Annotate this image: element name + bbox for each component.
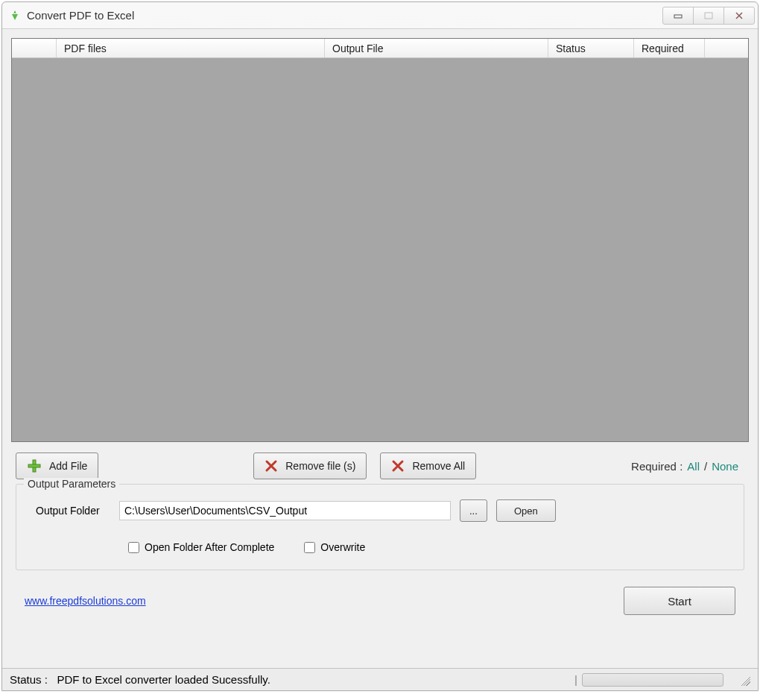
- remove-all-button[interactable]: Remove All: [380, 453, 476, 479]
- remove-files-label: Remove file (s): [285, 460, 355, 472]
- file-grid[interactable]: PDF files Output File Status Required: [11, 38, 749, 442]
- grid-body[interactable]: [12, 58, 748, 441]
- status-text: Status : PDF to Excel converter loaded S…: [10, 673, 570, 686]
- maximize-button[interactable]: [693, 7, 724, 25]
- close-button[interactable]: [723, 7, 755, 25]
- start-button[interactable]: Start: [624, 587, 735, 615]
- overwrite-input[interactable]: [304, 542, 315, 553]
- grid-col-required[interactable]: Required: [634, 39, 705, 57]
- action-row: Add File Remove file (s) Remove All Requ…: [11, 442, 749, 484]
- grid-col-status[interactable]: Status: [548, 39, 634, 57]
- status-bar: Status : PDF to Excel converter loaded S…: [2, 668, 758, 690]
- x-icon: [391, 459, 405, 473]
- browse-button[interactable]: ...: [460, 499, 487, 522]
- output-parameters-group: Output Parameters Output Folder ... Open…: [16, 484, 744, 570]
- remove-files-button[interactable]: Remove file (s): [253, 453, 367, 479]
- overwrite-checkbox[interactable]: Overwrite: [304, 541, 365, 553]
- svg-rect-3: [28, 464, 40, 467]
- add-file-label: Add File: [49, 460, 87, 472]
- output-parameters-legend: Output Parameters: [24, 478, 119, 490]
- grid-header: PDF files Output File Status Required: [12, 39, 748, 58]
- remove-all-label: Remove All: [412, 460, 465, 472]
- statusbar-separator: |: [574, 673, 577, 686]
- client-area: PDF files Output File Status Required Ad…: [2, 29, 758, 668]
- website-link[interactable]: www.freepdfsolutions.com: [25, 595, 146, 607]
- output-folder-input[interactable]: [119, 501, 451, 520]
- required-all-link[interactable]: All: [687, 460, 700, 473]
- plus-icon: [27, 458, 42, 473]
- grid-col-pdf-files[interactable]: PDF files: [57, 39, 325, 57]
- required-filter: Required : All / None: [631, 460, 744, 473]
- titlebar[interactable]: Convert PDF to Excel: [2, 2, 758, 29]
- open-after-complete-checkbox[interactable]: Open Folder After Complete: [128, 541, 274, 553]
- svg-rect-0: [674, 15, 682, 18]
- open-after-complete-label: Open Folder After Complete: [145, 541, 274, 553]
- grid-col-rowheader[interactable]: [12, 39, 57, 57]
- add-file-button[interactable]: Add File: [16, 453, 98, 479]
- app-icon: [8, 9, 22, 22]
- minimize-button[interactable]: [662, 7, 694, 25]
- required-label: Required :: [631, 460, 683, 473]
- open-folder-button[interactable]: Open: [496, 499, 556, 522]
- output-folder-row: Output Folder ... Open: [28, 499, 732, 522]
- resize-grip-icon[interactable]: [738, 674, 750, 686]
- window-controls: [663, 7, 755, 25]
- open-after-complete-input[interactable]: [128, 542, 139, 553]
- window-title: Convert PDF to Excel: [27, 9, 663, 22]
- progress-bar: [582, 673, 723, 687]
- svg-rect-1: [705, 13, 712, 19]
- required-none-link[interactable]: None: [712, 460, 738, 473]
- grid-col-output-file[interactable]: Output File: [325, 39, 548, 57]
- required-sep: /: [704, 460, 707, 473]
- main-window: Convert PDF to Excel PDF files Output Fi…: [1, 1, 759, 691]
- output-folder-label: Output Folder: [28, 505, 110, 517]
- status-message: PDF to Excel converter loaded Sucessfull…: [57, 673, 270, 686]
- status-label: Status :: [10, 673, 48, 686]
- bottom-row: www.freepdfsolutions.com Start: [11, 570, 749, 625]
- x-icon: [265, 459, 278, 473]
- overwrite-label: Overwrite: [320, 541, 365, 553]
- checkbox-row: Open Folder After Complete Overwrite: [28, 541, 732, 553]
